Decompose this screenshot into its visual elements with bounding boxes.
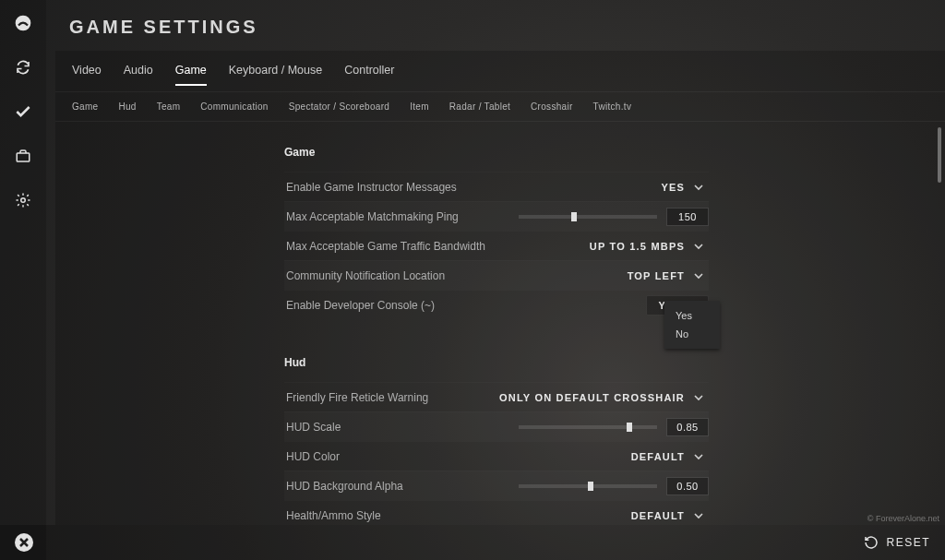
logo-icon[interactable] xyxy=(13,13,33,33)
value-bgalpha[interactable]: 0.50 xyxy=(666,477,709,495)
dropdown-ffwarn[interactable]: ONLY ON DEFAULT CROSSHAIR xyxy=(499,392,709,403)
dropdown-notification[interactable]: TOP LEFT xyxy=(628,270,709,281)
subtab-crosshair[interactable]: Crosshair xyxy=(531,101,573,112)
subtab-item[interactable]: Item xyxy=(410,101,429,112)
section-heading-game: Game xyxy=(284,138,945,172)
close-button[interactable] xyxy=(13,531,35,554)
row-bandwidth: Max Acceptable Game Traffic Bandwidth UP… xyxy=(284,231,709,260)
value-instructor: YES xyxy=(661,182,685,193)
chevron-down-icon xyxy=(694,271,703,280)
section-game: Game Enable Game Instructor Messages YES… xyxy=(284,138,945,319)
reset-label: RESET xyxy=(886,536,930,549)
subtab-team[interactable]: Team xyxy=(157,101,181,112)
label-instructor: Enable Game Instructor Messages xyxy=(284,181,661,194)
briefcase-icon[interactable] xyxy=(13,146,33,166)
label-bgalpha: HUD Background Alpha xyxy=(284,480,519,493)
label-ffwarn: Friendly Fire Reticle Warning xyxy=(284,391,499,404)
tab-keyboard-mouse[interactable]: Keyboard / Mouse xyxy=(229,64,322,86)
section-heading-hud: Hud xyxy=(284,349,945,382)
chevron-down-icon xyxy=(694,452,703,461)
reset-button[interactable]: RESET xyxy=(864,535,930,550)
tab-game[interactable]: Game xyxy=(175,64,207,86)
slider-bgalpha[interactable] xyxy=(519,484,657,488)
dropdown-bandwidth[interactable]: UP TO 1.5 MBPS xyxy=(590,241,709,252)
watermark: © ForeverAlone.net xyxy=(867,514,939,523)
subtab-spectator[interactable]: Spectator / Scoreboard xyxy=(289,101,389,112)
chevron-down-icon xyxy=(694,393,703,402)
subtab-hud[interactable]: Hud xyxy=(118,101,136,112)
chevron-down-icon xyxy=(694,511,703,520)
row-devconsole: Enable Developer Console (~) YES xyxy=(284,290,709,319)
row-ping: Max Acceptable Matchmaking Ping 150 xyxy=(284,201,709,231)
refresh-icon[interactable] xyxy=(13,57,33,77)
gear-icon[interactable] xyxy=(13,190,33,210)
label-hpammo: Health/Ammo Style xyxy=(284,509,631,522)
section-hud: Hud Friendly Fire Reticle Warning ONLY O… xyxy=(284,349,945,524)
dropdown-color[interactable]: DEFAULT xyxy=(631,451,709,462)
subtab-game[interactable]: Game xyxy=(72,101,98,112)
dropdown-option-no[interactable]: No xyxy=(664,325,720,343)
tabs-secondary: Game Hud Team Communication Spectator / … xyxy=(55,92,945,122)
label-bandwidth: Max Acceptable Game Traffic Bandwidth xyxy=(284,240,590,253)
row-bgalpha: HUD Background Alpha 0.50 xyxy=(284,471,709,500)
value-notification: TOP LEFT xyxy=(628,270,685,281)
slider-ping[interactable] xyxy=(519,215,657,219)
tab-audio[interactable]: Audio xyxy=(124,64,153,86)
subtab-radar[interactable]: Radar / Tablet xyxy=(449,101,510,112)
row-instructor: Enable Game Instructor Messages YES xyxy=(284,172,709,201)
value-ping[interactable]: 150 xyxy=(666,208,709,226)
chevron-down-icon xyxy=(694,242,703,251)
page-title: GAME SETTINGS xyxy=(69,17,258,38)
label-color: HUD Color xyxy=(284,450,631,463)
tab-video[interactable]: Video xyxy=(72,64,102,86)
value-ffwarn: ONLY ON DEFAULT CROSSHAIR xyxy=(499,392,685,403)
row-notification: Community Notification Location TOP LEFT xyxy=(284,260,709,290)
settings-body: Game Enable Game Instructor Messages YES… xyxy=(55,122,945,524)
dropdown-hpammo[interactable]: DEFAULT xyxy=(631,510,709,521)
left-toolbar xyxy=(0,0,46,560)
slider-scale[interactable] xyxy=(519,425,657,429)
scrollbar[interactable] xyxy=(938,127,941,183)
footer: RESET xyxy=(0,525,945,560)
value-color: DEFAULT xyxy=(631,451,685,462)
row-color: HUD Color DEFAULT xyxy=(284,441,709,471)
row-hpammo: Health/Ammo Style DEFAULT xyxy=(284,500,709,524)
subtab-twitch[interactable]: Twitch.tv xyxy=(593,101,632,112)
svg-point-2 xyxy=(21,198,26,203)
row-scale: HUD Scale 0.85 xyxy=(284,411,709,441)
reset-icon xyxy=(864,535,879,550)
tab-controller[interactable]: Controller xyxy=(344,64,394,86)
label-notification: Community Notification Location xyxy=(284,269,628,282)
label-devconsole: Enable Developer Console (~) xyxy=(284,299,646,312)
chevron-down-icon xyxy=(694,183,703,192)
label-ping: Max Acceptable Matchmaking Ping xyxy=(284,210,519,223)
check-icon[interactable] xyxy=(13,101,33,122)
settings-panel: Video Audio Game Keyboard / Mouse Contro… xyxy=(55,51,945,525)
dropdown-menu-devconsole: Yes No xyxy=(664,301,720,349)
value-scale[interactable]: 0.85 xyxy=(666,418,709,436)
subtab-communication[interactable]: Communication xyxy=(200,101,268,112)
dropdown-option-yes[interactable]: Yes xyxy=(664,306,720,325)
row-ffwarn: Friendly Fire Reticle Warning ONLY ON DE… xyxy=(284,382,709,411)
value-hpammo: DEFAULT xyxy=(631,510,685,521)
value-bandwidth: UP TO 1.5 MBPS xyxy=(590,241,685,252)
dropdown-instructor[interactable]: YES xyxy=(661,182,709,193)
label-scale: HUD Scale xyxy=(284,421,519,434)
tabs-primary: Video Audio Game Keyboard / Mouse Contro… xyxy=(55,51,945,92)
svg-rect-1 xyxy=(17,153,30,161)
